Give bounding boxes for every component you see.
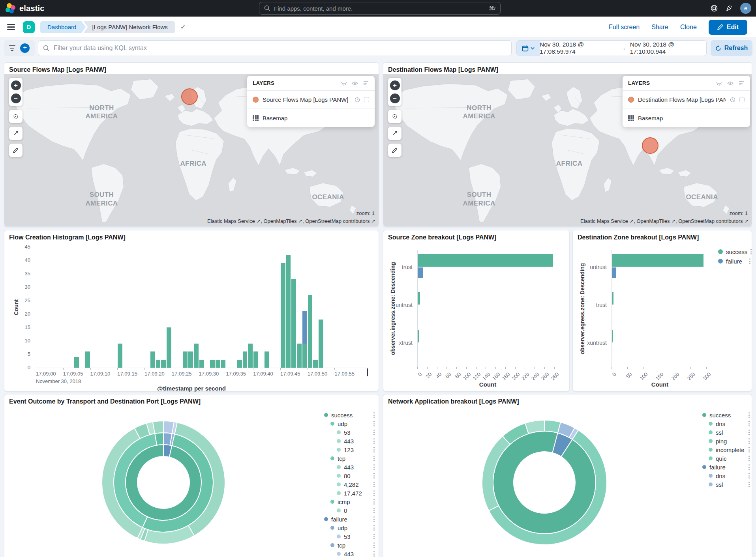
zone-bar-failure[interactable] <box>612 267 616 278</box>
breadcrumb-dashboard[interactable]: Dashboard <box>40 21 86 33</box>
legend-row[interactable]: 443 <box>324 437 375 445</box>
fit-to-data-button[interactable] <box>9 127 23 140</box>
zone-bar-success[interactable] <box>418 292 420 305</box>
clone-link[interactable]: Clone <box>680 24 697 31</box>
legend-row[interactable]: ssl <box>702 428 750 437</box>
legend-row[interactable]: 80 <box>324 471 375 480</box>
layer-row-flows[interactable]: Source Flows Map [Logs PANW] <box>247 91 375 109</box>
legend-options-icon[interactable] <box>373 430 375 435</box>
histogram-bar-success[interactable] <box>161 360 166 368</box>
legend-row[interactable]: failure <box>718 256 750 266</box>
zone-bar-success[interactable] <box>418 330 419 342</box>
destination-flow-marker[interactable] <box>642 137 658 154</box>
edit-button[interactable]: Edit <box>709 20 747 35</box>
zone-bar-success[interactable] <box>612 292 613 305</box>
refresh-button[interactable]: Refresh <box>711 40 752 56</box>
legend-row[interactable]: 0 <box>324 506 375 515</box>
share-link[interactable]: Share <box>651 24 668 31</box>
legend-options-icon[interactable] <box>373 551 375 557</box>
legend-row[interactable]: udp <box>324 523 375 532</box>
histogram-bar-success[interactable] <box>118 344 122 368</box>
date-range-start[interactable]: Nov 30, 2018 @ 17:08:59.974 <box>540 41 616 55</box>
histogram-bar-success[interactable] <box>221 360 226 368</box>
legend-row[interactable]: icmp <box>324 497 375 506</box>
legend-row[interactable]: ping <box>702 437 750 445</box>
histogram-bar-success[interactable] <box>85 351 90 368</box>
legend-options-icon[interactable] <box>748 421 750 426</box>
legend-row[interactable]: 443 <box>324 463 375 471</box>
world-map[interactable]: NORTH AMERICA SOUTH AMERICA AFRICA OCEAN… <box>4 74 379 226</box>
legend-row[interactable]: tcp <box>324 541 375 550</box>
legend-row[interactable]: failure <box>702 463 750 471</box>
draw-tools-button[interactable] <box>388 144 401 157</box>
legend-row[interactable]: 443 <box>324 550 375 557</box>
layer-checkbox[interactable] <box>739 97 745 102</box>
legend-options-icon[interactable] <box>748 473 750 478</box>
legend-row[interactable]: quic <box>702 454 750 463</box>
legend-options-icon[interactable] <box>373 516 375 522</box>
date-range-end[interactable]: Nov 30, 2018 @ 17:10:00.944 <box>630 41 706 55</box>
histogram-bar-success[interactable] <box>237 360 242 368</box>
sunburst-segment-0[interactable] <box>153 421 163 434</box>
help-icon[interactable] <box>710 4 718 12</box>
legend-row[interactable]: success <box>702 411 750 419</box>
histogram-bar-success[interactable] <box>248 344 253 368</box>
reorder-layers-icon[interactable] <box>363 80 369 86</box>
menu-icon[interactable] <box>7 24 15 30</box>
eye-closed-icon[interactable] <box>341 80 347 86</box>
legend-options-icon[interactable] <box>748 456 750 461</box>
calendar-button[interactable] <box>517 41 540 56</box>
zoom-in-button[interactable]: + <box>390 80 400 90</box>
legend-options-icon[interactable] <box>373 421 375 426</box>
legend-options-icon[interactable] <box>748 482 750 487</box>
layer-row-basemap[interactable]: Basemap <box>247 109 375 127</box>
eye-closed-icon[interactable] <box>716 80 722 86</box>
histogram-bar-success[interactable] <box>167 327 171 368</box>
legend-options-icon[interactable] <box>748 438 750 444</box>
layer-row-flows[interactable]: Destination Flows Map [Logs PANW] <box>623 91 750 109</box>
reorder-layers-icon[interactable] <box>738 80 745 86</box>
histogram-bar-success[interactable] <box>297 344 302 368</box>
legend-options-icon[interactable] <box>373 542 375 548</box>
breadcrumb-current-page[interactable]: [Logs PANW] Network Flows <box>83 21 174 33</box>
legend-options-icon[interactable] <box>373 482 375 487</box>
zone-bar-failure[interactable] <box>418 267 423 278</box>
legend-options-icon[interactable] <box>749 258 750 264</box>
histogram-bar-success[interactable] <box>210 360 215 368</box>
legend-row[interactable]: failure <box>324 515 375 523</box>
legend-options-icon[interactable] <box>373 534 375 539</box>
legend-options-icon[interactable] <box>748 447 750 452</box>
map-attribution[interactable]: Elastic Maps Service ↗, OpenMapTiles ↗, … <box>207 218 375 224</box>
full-screen-link[interactable]: Full screen <box>609 24 640 31</box>
legend-row[interactable]: ssl <box>702 480 750 489</box>
legend-row[interactable]: 123 <box>324 445 375 454</box>
legend-options-icon[interactable] <box>373 499 375 505</box>
histogram-bar-success[interactable] <box>194 344 199 368</box>
histogram-bar-failure[interactable] <box>302 311 307 344</box>
legend-options-icon[interactable] <box>750 249 752 254</box>
histogram-bar-success[interactable] <box>308 295 313 368</box>
layer-checkbox[interactable] <box>364 97 369 102</box>
legend-row[interactable]: dns <box>702 471 750 480</box>
legend-row[interactable]: success <box>718 247 750 256</box>
legend-row[interactable]: success <box>324 411 375 419</box>
legend-row[interactable]: 53 <box>324 532 375 541</box>
legend-options-icon[interactable] <box>373 525 375 531</box>
histogram-bar-success[interactable] <box>156 360 161 368</box>
zoom-out-button[interactable]: − <box>11 93 21 103</box>
legend-options-icon[interactable] <box>748 412 750 418</box>
kql-query-input[interactable]: Filter your data using KQL syntax <box>38 40 512 56</box>
draw-tools-button[interactable] <box>9 144 23 157</box>
legend-row[interactable]: 53 <box>324 428 375 437</box>
map-attribution[interactable]: Elastic Maps Service ↗, OpenMapTiles ↗, … <box>580 218 748 224</box>
histogram-bar-success[interactable] <box>74 357 79 368</box>
histogram-bar-success[interactable] <box>286 255 291 368</box>
source-flow-marker[interactable] <box>181 88 198 105</box>
sunburst-segment-success[interactable] <box>493 431 596 534</box>
histogram-bar-success[interactable] <box>243 351 248 368</box>
legend-row[interactable]: 17,472 <box>324 489 375 497</box>
histogram-bar-success[interactable] <box>199 360 204 368</box>
legend-row[interactable]: 4,282 <box>324 480 375 489</box>
zoom-in-button[interactable]: + <box>11 80 21 90</box>
zoom-out-button[interactable]: − <box>390 93 400 103</box>
